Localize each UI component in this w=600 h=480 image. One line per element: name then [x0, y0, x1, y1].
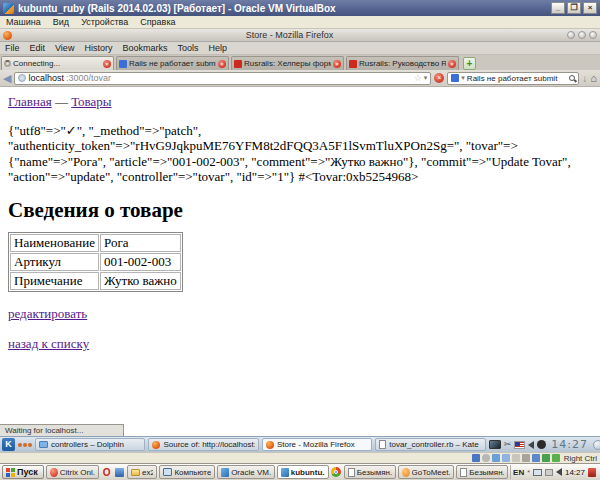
window-minimize-icon[interactable] — [567, 31, 575, 39]
tab-close-icon[interactable] — [103, 60, 111, 68]
vbox-menu-machine[interactable]: Машина — [0, 17, 47, 27]
task-kate[interactable]: tovar_controller.rb – Kate — [375, 438, 485, 451]
folder-icon — [131, 469, 140, 476]
search-icon[interactable] — [569, 75, 575, 81]
downloads-icon[interactable] — [582, 73, 587, 84]
kde-menu-icon[interactable] — [2, 438, 15, 451]
task-label: Безымян... — [357, 468, 392, 477]
stop-button[interactable] — [434, 73, 444, 83]
volume-icon[interactable] — [556, 468, 562, 476]
task-firefox-store[interactable]: Store - Mozilla Firefox — [262, 438, 372, 451]
menu-history[interactable]: History — [79, 43, 117, 53]
status-bar: Waiting for localhost... — [0, 424, 124, 436]
task-computer[interactable]: Компьютер — [159, 465, 215, 479]
language-indicator[interactable]: EN — [513, 468, 524, 477]
search-input[interactable]: Rails не работает submit — [467, 74, 567, 83]
host-clock[interactable]: 14:27 — [565, 468, 585, 477]
site-globe-icon — [18, 74, 26, 82]
url-host-text: localhost — [28, 73, 64, 83]
task-gotomeeting[interactable]: GoToMeet... — [398, 465, 455, 479]
search-engine-dropdown-icon[interactable] — [461, 74, 465, 82]
tab-search-results[interactable]: Rails не работает submit - Поиск ... — [116, 56, 229, 70]
user-icon[interactable] — [537, 440, 546, 449]
task-kubuntu-vm[interactable]: kubuntu... — [277, 465, 329, 479]
vbox-cd-icon — [482, 454, 490, 462]
vbox-mouse-icon — [552, 454, 560, 462]
vbox-close-button[interactable]: × — [583, 2, 597, 14]
edit-link[interactable]: редактировать — [8, 306, 87, 321]
task-dolphin[interactable]: controllers – Dolphin — [35, 438, 145, 451]
vbox-maximize-button[interactable]: ❐ — [567, 2, 581, 14]
firefox-window-title: Store - Mozilla Firefox — [15, 30, 564, 40]
tray-flag-icon[interactable] — [545, 469, 553, 476]
vbox-menu-help[interactable]: Справка — [134, 17, 181, 27]
menu-tools[interactable]: Tools — [172, 43, 203, 53]
url-bar[interactable]: localhost :3000/tovar — [14, 72, 431, 85]
home-icon[interactable] — [590, 72, 597, 84]
virtualbox-icon — [221, 468, 229, 477]
task-citrix[interactable]: Citrix Onl... — [46, 465, 99, 479]
task-label: Безымян... — [469, 468, 504, 477]
menu-bookmarks[interactable]: Bookmarks — [117, 43, 172, 53]
keyboard-layout-flag-icon[interactable] — [514, 441, 525, 449]
tab-rusrails-guide[interactable]: Rusrails: Руководство Ruby On Ra... — [346, 56, 459, 70]
breadcrumb-tovary-link[interactable]: Товары — [71, 94, 111, 109]
url-path-text: :3000/tovar — [66, 73, 412, 83]
tab-close-icon[interactable] — [448, 60, 456, 68]
network-icon[interactable] — [533, 469, 542, 476]
task-untitled-1[interactable]: Безымян... — [344, 465, 396, 479]
menu-view[interactable]: View — [50, 43, 79, 53]
new-tab-button[interactable] — [463, 57, 476, 70]
tab-connecting[interactable]: Connecting... — [1, 56, 114, 70]
dolphin-icon — [39, 441, 48, 448]
row-value: Рога — [100, 234, 181, 252]
firefox-icon — [152, 441, 160, 449]
tab-rusrails-helpers[interactable]: Rusrails: Хелперы форм Rails — [231, 56, 344, 70]
row-label: Артикул — [10, 253, 99, 271]
citrix-icon — [50, 468, 58, 477]
back-to-list-link[interactable]: назад к списку — [8, 336, 89, 351]
row-label: Наименование — [10, 234, 99, 252]
plasma-cashew-icon[interactable] — [593, 440, 600, 450]
menu-file[interactable]: File — [0, 43, 25, 53]
window-close-icon[interactable] — [589, 31, 597, 39]
breadcrumb-home-link[interactable]: Главная — [8, 94, 52, 109]
vbox-network-icon — [502, 454, 510, 462]
task-label: Oracle VM... — [231, 468, 271, 477]
task-ex2-folder[interactable]: ex2 — [127, 465, 157, 479]
tray-app-icon[interactable] — [588, 468, 596, 477]
bookmark-star-icon[interactable] — [414, 73, 422, 83]
host-taskbar: Пуск Citrix Onl... ex2 Компьютер Oracle … — [0, 463, 600, 480]
vbox-menu-view[interactable]: Вид — [47, 17, 75, 27]
menu-edit[interactable]: Edit — [25, 43, 51, 53]
back-button[interactable] — [3, 73, 11, 84]
vbox-menu-devices[interactable]: Устройства — [75, 17, 134, 27]
quicklaunch-chrome[interactable] — [331, 466, 342, 478]
row-value: 001-002-003 — [100, 253, 181, 271]
display-icon[interactable] — [489, 440, 501, 449]
tab-close-icon[interactable] — [333, 60, 341, 68]
desktop-pager[interactable] — [18, 443, 32, 447]
volume-icon[interactable] — [528, 441, 534, 449]
tray-icon[interactable] — [527, 469, 530, 476]
rusrails-favicon — [349, 60, 357, 68]
quicklaunch-app[interactable] — [114, 466, 125, 478]
vbox-minimize-button[interactable]: _ — [551, 2, 565, 14]
menu-help[interactable]: Help — [203, 43, 232, 53]
loading-spinner-icon — [4, 60, 11, 67]
url-dropdown-icon[interactable] — [424, 74, 428, 82]
quicklaunch-opera[interactable] — [101, 466, 112, 478]
tab-close-icon[interactable] — [218, 60, 226, 68]
virtualbox-icon — [3, 3, 14, 14]
klipper-icon[interactable] — [504, 440, 512, 449]
task-label: Citrix Onl... — [60, 468, 95, 477]
task-oracle-vm[interactable]: Oracle VM... — [217, 465, 275, 479]
task-untitled-2[interactable]: Безымян... — [456, 465, 508, 479]
start-button[interactable]: Пуск — [2, 465, 44, 479]
window-maximize-icon[interactable] — [578, 31, 586, 39]
task-source-view[interactable]: Source of: http://localhost:3000/to — [148, 438, 258, 451]
kde-clock[interactable]: 14:27 — [549, 438, 590, 451]
vbox-statusbar: Right Ctrl — [0, 452, 600, 463]
firefox-navbar: localhost :3000/tovar Rails не работает … — [0, 70, 600, 87]
search-bar[interactable]: Rails не работает submit — [447, 72, 579, 85]
